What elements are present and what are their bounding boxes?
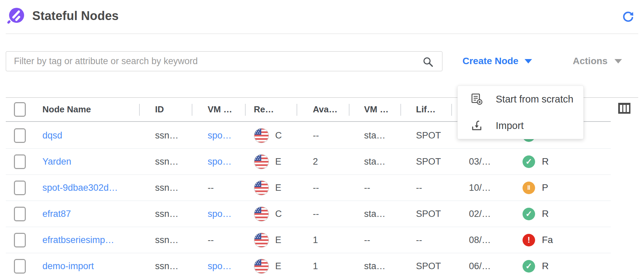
node-name-link[interactable]: demo-import xyxy=(42,261,94,272)
column-picker-gutter xyxy=(611,98,638,279)
date-value: 03/… xyxy=(451,149,509,174)
column-picker-button[interactable] xyxy=(618,103,631,114)
date-value: 06/… xyxy=(451,253,509,279)
node-name-link[interactable]: efrat87 xyxy=(42,209,71,219)
availability-value: -- xyxy=(297,123,349,148)
create-node-button[interactable]: Create Node xyxy=(462,54,532,68)
select-all-cell xyxy=(6,98,34,121)
select-all-checkbox[interactable] xyxy=(14,102,26,117)
filter-input[interactable] xyxy=(6,52,442,71)
table-body: dqsd ssn… spo… C xyxy=(6,123,611,279)
column-header-vm-name[interactable]: VM … xyxy=(192,98,245,121)
status-paused-icon xyxy=(523,182,535,194)
vm-name-link[interactable]: spo… xyxy=(208,130,232,141)
lifecycle-value: -- xyxy=(400,175,451,201)
app-header: Stateful Nodes xyxy=(0,0,644,34)
status-label: R xyxy=(542,156,549,167)
row-checkbox[interactable] xyxy=(14,154,26,169)
actions-label: Actions xyxy=(573,56,608,67)
region-letter: E xyxy=(275,156,281,167)
status-label: R xyxy=(542,208,549,219)
filter-box xyxy=(6,51,442,71)
vm-size-value: -- xyxy=(349,175,400,201)
document-add-icon xyxy=(471,93,483,105)
node-name-link[interactable]: dqsd xyxy=(42,130,62,141)
node-name-link[interactable]: spot-9dbae302d… xyxy=(42,183,118,193)
node-name-link[interactable]: efratbseriesimp… xyxy=(42,235,114,245)
column-header-node-name[interactable]: Node Name xyxy=(34,98,139,121)
us-flag-icon xyxy=(254,180,269,196)
us-flag-icon xyxy=(254,259,269,274)
availability-value: 1 xyxy=(297,253,349,279)
us-flag-icon xyxy=(254,154,269,169)
vm-size-value: sta… xyxy=(349,253,400,279)
menu-item-start-from-scratch[interactable]: Start from scratch xyxy=(458,86,583,112)
table-row: efrat87 ssn… spo… C -- xyxy=(6,201,611,227)
region-letter: E xyxy=(275,235,281,245)
create-node-label: Create Node xyxy=(462,56,518,67)
vm-name-link[interactable]: spo… xyxy=(208,156,232,167)
vm-size-value: sta… xyxy=(349,149,400,174)
columns-icon xyxy=(618,103,631,114)
us-flag-icon xyxy=(254,232,269,248)
node-id: ssn… xyxy=(139,201,192,227)
us-flag-icon xyxy=(254,206,269,222)
table-row: spot-9dbae302d… ssn… -- E - xyxy=(6,175,611,201)
availability-value: 1 xyxy=(297,227,349,253)
date-value: 08/… xyxy=(451,227,509,253)
region-letter: E xyxy=(275,261,281,272)
column-header-lifecycle[interactable]: Lif… xyxy=(400,98,451,121)
menu-item-import[interactable]: Import xyxy=(458,112,583,139)
vm-size-value: -- xyxy=(349,227,400,253)
node-id: ssn… xyxy=(139,253,192,279)
row-checkbox[interactable] xyxy=(14,181,26,195)
lifecycle-value: SPOT xyxy=(400,201,451,227)
row-checkbox[interactable] xyxy=(14,259,26,274)
chevron-down-icon xyxy=(614,59,622,63)
menu-item-label: Import xyxy=(496,120,524,131)
status-running-icon xyxy=(523,260,535,273)
refresh-button[interactable] xyxy=(622,11,634,24)
column-header-id[interactable]: ID xyxy=(139,98,192,121)
status-label: P xyxy=(542,182,548,193)
column-header-availability[interactable]: Ava… xyxy=(297,98,349,121)
node-id: ssn… xyxy=(139,149,192,174)
node-id: ssn… xyxy=(139,175,192,201)
table-row: demo-import ssn… spo… E 1 xyxy=(6,253,611,279)
lifecycle-value: SPOT xyxy=(400,253,451,279)
region-letter: C xyxy=(275,209,282,219)
column-header-region[interactable]: Re… xyxy=(245,98,297,121)
status-failed-icon xyxy=(523,234,535,246)
lifecycle-value: -- xyxy=(400,227,451,253)
spot-logo-icon xyxy=(7,7,24,24)
vm-size-value: sta… xyxy=(349,123,400,148)
node-id: ssn… xyxy=(139,227,192,253)
status-running-icon xyxy=(523,208,535,220)
stateful-nodes-page: Stateful Nodes Create Node Actions xyxy=(0,0,644,279)
status-label: Fa xyxy=(542,235,553,245)
vm-name-link[interactable]: spo… xyxy=(208,209,232,219)
row-checkbox[interactable] xyxy=(14,207,26,221)
region-letter: C xyxy=(275,130,282,141)
vm-name-link[interactable]: spo… xyxy=(208,261,232,272)
column-header-vm-size[interactable]: VM … xyxy=(349,98,400,121)
refresh-icon xyxy=(622,11,634,23)
lifecycle-value: SPOT xyxy=(400,149,451,174)
row-checkbox[interactable] xyxy=(14,233,26,247)
us-flag-icon xyxy=(254,128,269,143)
node-name-link[interactable]: Yarden xyxy=(42,156,71,167)
actions-button[interactable]: Actions xyxy=(573,54,622,68)
vm-name-empty: -- xyxy=(192,227,245,253)
page-title: Stateful Nodes xyxy=(32,9,119,23)
date-value: 02/… xyxy=(451,201,509,227)
header-divider xyxy=(6,34,638,34)
row-checkbox[interactable] xyxy=(14,128,26,143)
chevron-down-icon xyxy=(525,59,532,63)
vm-name-empty: -- xyxy=(192,175,245,201)
table-row: Yarden ssn… spo… E 2 xyxy=(6,149,611,175)
node-id: ssn… xyxy=(139,123,192,148)
date-value: 10/… xyxy=(451,175,509,201)
status-label: R xyxy=(542,261,549,272)
table-row: efratbseriesimp… ssn… -- E xyxy=(6,227,611,253)
menu-item-label: Start from scratch xyxy=(496,94,573,105)
